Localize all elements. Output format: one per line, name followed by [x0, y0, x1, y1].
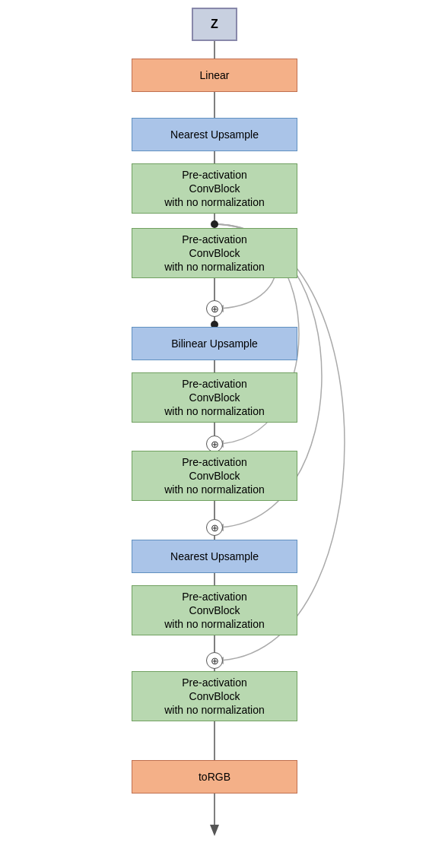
- diagram-container: Z Linear Nearest Upsample Pre-activation…: [0, 0, 429, 868]
- z-label: Z: [211, 17, 218, 33]
- conv4-label: Pre-activation ConvBlock with no normali…: [164, 455, 265, 497]
- z-node: Z: [192, 8, 237, 41]
- sum-symbol-4: ⊕: [211, 655, 219, 667]
- conv2-label: Pre-activation ConvBlock with no normali…: [164, 233, 265, 274]
- nearest-upsample-1-node: Nearest Upsample: [132, 118, 297, 151]
- sum-circle-2: ⊕: [206, 436, 223, 452]
- sum-symbol-2: ⊕: [211, 439, 219, 450]
- conv-block-6-node: Pre-activation ConvBlock with no normali…: [132, 671, 297, 721]
- conv6-label: Pre-activation ConvBlock with no normali…: [164, 676, 265, 718]
- conv-block-5-node: Pre-activation ConvBlock with no normali…: [132, 585, 297, 635]
- bilinear-upsample-node: Bilinear Upsample: [132, 327, 297, 360]
- torgb-label: toRGB: [199, 770, 230, 784]
- conv-block-3-node: Pre-activation ConvBlock with no normali…: [132, 372, 297, 423]
- conv-block-2-node: Pre-activation ConvBlock with no normali…: [132, 228, 297, 278]
- conv-block-4-node: Pre-activation ConvBlock with no normali…: [132, 451, 297, 501]
- sum-circle-4: ⊕: [206, 652, 223, 669]
- nearest1-label: Nearest Upsample: [170, 128, 259, 141]
- sum-circle-1: ⊕: [206, 300, 223, 317]
- sum-circle-3: ⊕: [206, 519, 223, 536]
- conv3-label: Pre-activation ConvBlock with no normali…: [164, 377, 265, 419]
- linear-node: Linear: [132, 59, 297, 92]
- conv1-label: Pre-activation ConvBlock with no normali…: [164, 168, 265, 210]
- svg-marker-18: [210, 825, 219, 836]
- nearest-upsample-2-node: Nearest Upsample: [132, 540, 297, 573]
- sum-symbol-1: ⊕: [211, 303, 219, 315]
- sum-symbol-3: ⊕: [211, 522, 219, 534]
- bilinear-label: Bilinear Upsample: [171, 337, 258, 350]
- linear-label: Linear: [200, 68, 230, 82]
- torgb-node: toRGB: [132, 760, 297, 794]
- conv-block-1-node: Pre-activation ConvBlock with no normali…: [132, 163, 297, 214]
- conv5-label: Pre-activation ConvBlock with no normali…: [164, 590, 265, 632]
- nearest2-label: Nearest Upsample: [170, 550, 259, 563]
- branch-dot-1: [211, 220, 218, 228]
